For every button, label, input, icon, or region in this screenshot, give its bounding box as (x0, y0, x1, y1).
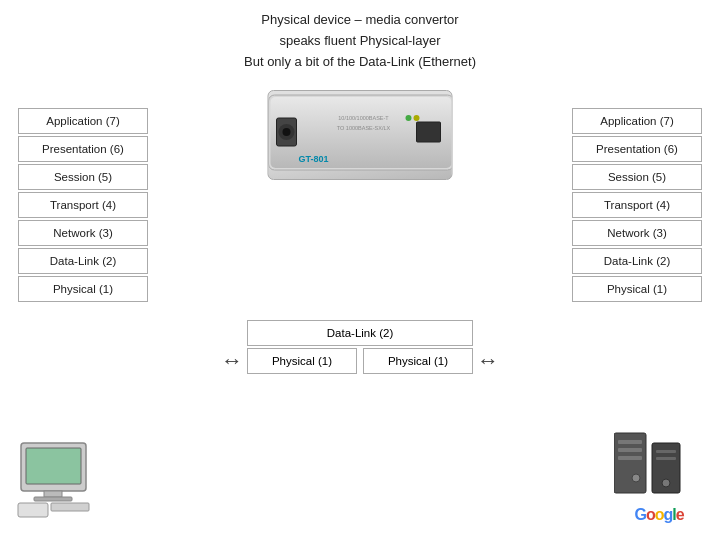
left-layer-session: Session (5) (18, 164, 148, 190)
header-line1: Physical device – media convertor (0, 10, 720, 31)
right-layer-session: Session (5) (572, 164, 702, 190)
left-layer-datalink: Data-Link (2) (18, 248, 148, 274)
header-section: Physical device – media convertor speaks… (0, 10, 720, 72)
left-layer-presentation: Presentation (6) (18, 136, 148, 162)
svg-rect-5 (417, 122, 441, 142)
header-line2: speaks fluent Physical-layer (0, 31, 720, 52)
svg-point-10 (414, 115, 420, 121)
device-svg: 10/100/1000BASE-T TO 1000BASE-SX/LX GT-8… (269, 90, 452, 180)
right-layer-presentation: Presentation (6) (572, 136, 702, 162)
svg-point-25 (662, 479, 670, 487)
bottom-left-computer (16, 441, 116, 524)
page-layout: Physical device – media convertor speaks… (0, 0, 720, 540)
svg-rect-14 (34, 497, 72, 501)
svg-text:GT-801: GT-801 (299, 154, 329, 164)
left-osi-stack: Application (7) Presentation (6) Session… (18, 108, 148, 304)
header-line3: But only a bit of the Data-Link (Etherne… (0, 52, 720, 73)
svg-rect-18 (618, 440, 642, 444)
left-layer-transport: Transport (4) (18, 192, 148, 218)
right-layer-network: Network (3) (572, 220, 702, 246)
device-body: 10/100/1000BASE-T TO 1000BASE-SX/LX GT-8… (268, 90, 453, 180)
bottom-right-server: Google (614, 428, 704, 524)
svg-rect-13 (44, 491, 62, 497)
right-layer-application: Application (7) (572, 108, 702, 134)
left-layer-application: Application (7) (18, 108, 148, 134)
center-physical-right: Physical (1) (363, 348, 473, 374)
svg-point-9 (406, 115, 412, 121)
svg-rect-15 (18, 503, 48, 517)
svg-rect-23 (656, 450, 676, 453)
right-layer-physical: Physical (1) (572, 276, 702, 302)
center-physical-left: Physical (1) (247, 348, 357, 374)
center-datalink-layer: Data-Link (2) (247, 320, 473, 346)
right-double-arrow: ↔ (473, 348, 503, 374)
right-layer-transport: Transport (4) (572, 192, 702, 218)
svg-rect-24 (656, 457, 676, 460)
server-svg (614, 428, 704, 508)
right-layer-datalink: Data-Link (2) (572, 248, 702, 274)
svg-rect-19 (618, 448, 642, 452)
svg-rect-16 (51, 503, 89, 511)
left-layer-network: Network (3) (18, 220, 148, 246)
center-device-area: 10/100/1000BASE-T TO 1000BASE-SX/LX GT-8… (268, 90, 453, 180)
left-layer-physical: Physical (1) (18, 276, 148, 302)
center-bottom-area: Data-Link (2) ↔ Physical (1) Physical (1… (217, 320, 503, 374)
left-double-arrow: ↔ (217, 348, 247, 374)
svg-rect-20 (618, 456, 642, 460)
svg-rect-12 (26, 448, 81, 484)
svg-text:10/100/1000BASE-T: 10/100/1000BASE-T (338, 115, 389, 121)
right-osi-stack: Application (7) Presentation (6) Session… (572, 108, 702, 304)
svg-text:TO 1000BASE-SX/LX: TO 1000BASE-SX/LX (337, 125, 391, 131)
computer-svg (16, 441, 116, 521)
svg-point-21 (632, 474, 640, 482)
svg-point-4 (283, 128, 291, 136)
